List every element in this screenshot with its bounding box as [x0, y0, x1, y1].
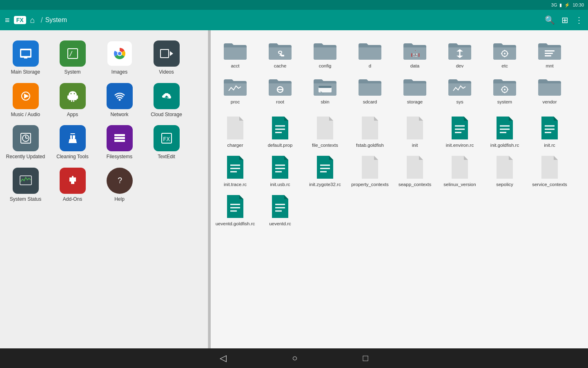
- svg-rect-54: [545, 50, 555, 52]
- folder-sys-label: sys: [456, 99, 463, 105]
- folder-acct[interactable]: acct: [213, 36, 258, 72]
- file-ueventd-goldfish-rc[interactable]: ueventd.goldfish.rc: [213, 191, 258, 230]
- recently-updated-icon: [13, 125, 39, 151]
- file-property-contexts[interactable]: property_contexts: [347, 152, 392, 191]
- folder-sys[interactable]: sys: [437, 72, 482, 108]
- home-icon[interactable]: ⌂: [30, 16, 35, 25]
- svg-text:FX: FX: [163, 136, 170, 142]
- textedit-label: TextEdit: [158, 154, 175, 160]
- file-init-usb-rc[interactable]: init.usb.rc: [258, 152, 303, 191]
- file-selinux-version[interactable]: selinux_version: [437, 152, 482, 191]
- svg-rect-15: [69, 95, 77, 100]
- sidebar-item-help[interactable]: ? Help: [96, 164, 143, 206]
- right-panel-folder-grid: acct cache config d 🤖 data dev: [211, 34, 588, 110]
- folder-d-label: d: [369, 63, 371, 69]
- file-seapp-contexts[interactable]: seapp_contexts: [392, 152, 437, 191]
- file-init-goldfish-rc[interactable]: init.goldfish.rc: [482, 112, 527, 152]
- svg-rect-19: [73, 100, 74, 102]
- sidebar-item-cloud-storage[interactable]: Cloud Storage: [143, 79, 190, 121]
- sidebar-item-filesystems[interactable]: Filesystems: [96, 121, 143, 164]
- time-display: 10:30: [572, 2, 584, 7]
- videos-icon: [154, 40, 180, 67]
- file-init[interactable]: init: [392, 112, 437, 152]
- cloud-storage-label: Cloud Storage: [151, 112, 182, 118]
- svg-point-21: [74, 93, 75, 94]
- home-button[interactable]: ○: [292, 353, 297, 364]
- file-property-contexts-label: property_contexts: [351, 182, 388, 188]
- svg-rect-56: [545, 55, 551, 56]
- right-panel-file-grid: charger default.prop file_contexts fstab…: [211, 110, 588, 232]
- svg-point-49: [504, 53, 506, 54]
- svg-text:?: ?: [118, 176, 122, 185]
- sidebar-item-images[interactable]: Images: [96, 36, 143, 79]
- folder-mnt[interactable]: mnt: [527, 36, 572, 72]
- file-service-contexts[interactable]: service_contexts: [527, 152, 572, 191]
- sidebar-item-system-status[interactable]: System Status: [2, 164, 49, 206]
- folder-config[interactable]: config: [303, 36, 347, 72]
- file-fstab-goldfish[interactable]: fstab.goldfish: [347, 112, 392, 152]
- folder-vendor[interactable]: vendor: [527, 72, 572, 108]
- folder-etc[interactable]: etc: [482, 36, 527, 72]
- folder-proc[interactable]: proc: [213, 72, 258, 108]
- folder-mnt-label: mnt: [546, 63, 553, 69]
- sidebar-item-add-ons[interactable]: Add-Ons: [49, 164, 96, 206]
- file-default-prop[interactable]: default.prop: [258, 112, 303, 152]
- system-icon: /: [60, 40, 86, 67]
- folder-config-label: config: [319, 63, 332, 69]
- file-init-label: init: [412, 142, 418, 148]
- recently-updated-label: Recently Updated: [6, 154, 45, 160]
- sidebar-item-main-storage[interactable]: Main Storage: [2, 36, 49, 79]
- sidebar-item-system[interactable]: / System: [49, 36, 96, 79]
- file-charger[interactable]: charger: [213, 112, 258, 152]
- music-audio-label: Music / Audio: [11, 112, 40, 118]
- folder-system[interactable]: system: [482, 72, 527, 108]
- svg-rect-17: [76, 95, 78, 99]
- folder-d[interactable]: d: [347, 36, 392, 72]
- svg-text:/: /: [69, 50, 73, 58]
- svg-rect-33: [114, 134, 125, 136]
- folder-etc-label: etc: [501, 63, 508, 69]
- file-init-trace-rc[interactable]: init.trace.rc: [213, 152, 258, 191]
- sidebar-item-network[interactable]: Network: [96, 79, 143, 121]
- file-ueventd-rc[interactable]: ueventd.rc: [258, 191, 303, 230]
- sidebar-item-apps[interactable]: Apps: [49, 79, 96, 121]
- folder-sbin-label: sbin: [321, 99, 329, 105]
- sidebar-item-textedit[interactable]: FX TextEdit: [143, 121, 190, 164]
- file-fstab-goldfish-label: fstab.goldfish: [356, 142, 384, 148]
- svg-rect-35: [114, 140, 125, 142]
- back-button[interactable]: ◁: [220, 353, 227, 364]
- svg-rect-32: [72, 135, 73, 139]
- charge-icon: ⚡: [564, 2, 570, 8]
- sidebar-item-cleaning-tools[interactable]: Cleaning Tools: [49, 121, 96, 164]
- file-file-contexts[interactable]: file_contexts: [303, 112, 347, 152]
- network-label: Network: [110, 112, 128, 118]
- folder-data-label: data: [410, 63, 419, 69]
- menu-icon[interactable]: ≡: [5, 16, 10, 25]
- svg-point-7: [118, 52, 121, 55]
- cleaning-tools-label: Cleaning Tools: [56, 154, 89, 160]
- sidebar-item-recently-updated[interactable]: Recently Updated: [2, 121, 49, 164]
- file-init-environ-rc[interactable]: init.environ.rc: [437, 112, 482, 152]
- sidebar-item-music-audio[interactable]: Music / Audio: [2, 79, 49, 121]
- svg-marker-10: [170, 51, 173, 56]
- svg-rect-2: [24, 57, 27, 58]
- folder-root[interactable]: root: [258, 72, 303, 108]
- folder-data[interactable]: 🤖 data: [392, 36, 437, 72]
- more-icon[interactable]: ⋮: [575, 15, 583, 25]
- svg-text:🤖: 🤖: [411, 49, 420, 58]
- recent-button[interactable]: □: [363, 353, 368, 364]
- folder-dev[interactable]: dev: [437, 36, 482, 72]
- svg-text:>_: >_: [320, 90, 324, 94]
- folder-sdcard[interactable]: sdcard: [347, 72, 392, 108]
- folder-sbin[interactable]: >_ sbin: [303, 72, 347, 108]
- sidebar-item-videos[interactable]: Videos: [143, 36, 190, 79]
- images-icon: [107, 40, 133, 67]
- folder-storage[interactable]: storage: [392, 72, 437, 108]
- search-icon[interactable]: 🔍: [545, 15, 555, 25]
- file-sepolicy-label: sepolicy: [496, 182, 513, 188]
- apps-icon[interactable]: ⊞: [561, 15, 568, 25]
- file-sepolicy[interactable]: sepolicy: [482, 152, 527, 191]
- file-init-rc[interactable]: init.rc: [527, 112, 572, 152]
- folder-cache[interactable]: cache: [258, 36, 303, 72]
- file-init-zygote32-rc[interactable]: init.zygote32.rc: [303, 152, 347, 191]
